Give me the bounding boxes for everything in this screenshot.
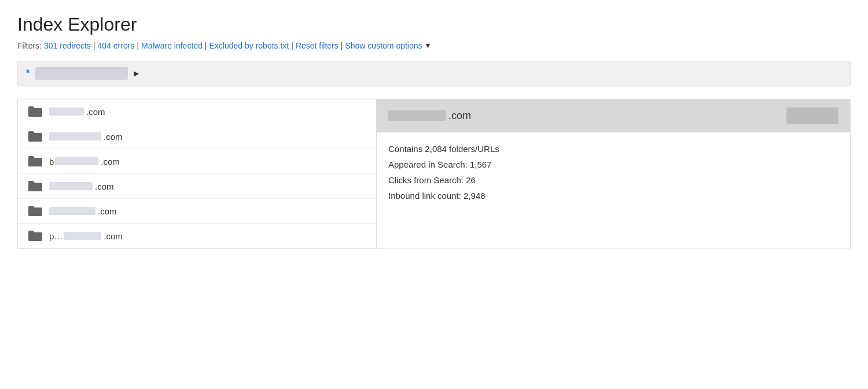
folder-name-blur [49,207,95,215]
filter-404-errors[interactable]: 404 errors [98,41,135,50]
filters-bar: Filters: 301 redirects | 404 errors | Ma… [17,41,851,50]
filter-show-custom-options[interactable]: Show custom options [345,41,422,50]
filter-malware-infected[interactable]: Malware infected [141,41,203,50]
folder-list: .com .com b.com . [18,99,377,249]
search-asterisk: * [26,68,30,79]
filter-sep-2: | [137,41,139,50]
main-content: .com .com b.com . [17,99,851,249]
filter-excluded-robots[interactable]: Excluded by robots.txt [209,41,289,50]
search-bar: * ▶ [17,61,851,86]
search-input-blurred[interactable] [35,67,128,80]
folder-name-blur [49,182,93,190]
folder-name: b.com [49,157,120,166]
folder-name-blur [64,232,101,240]
filter-301-redirects[interactable]: 301 redirects [44,41,91,50]
folder-icon [27,155,43,168]
list-item[interactable]: .com [18,99,376,124]
filter-sep-5: | [341,41,343,50]
folder-name-blur [49,132,101,140]
detail-body: Contains 2,084 folders/URLs Appeared in … [377,132,850,212]
folder-name-blur [49,108,84,116]
list-item[interactable]: .com [18,199,376,224]
list-item[interactable]: .com [18,124,376,149]
folder-icon [27,180,43,192]
folder-icon [27,205,43,217]
detail-header: .com [377,99,850,132]
folder-name: .com [49,107,105,117]
filter-sep-4: | [291,41,293,50]
folder-name: .com [49,206,117,216]
stat-inbound-links: Inbound link count: 2,948 [388,191,838,201]
list-item[interactable]: b.com [18,149,376,174]
filters-label: Filters: [17,41,42,50]
detail-site-name-blur [388,110,446,121]
filter-sep-3: | [205,41,207,50]
folder-name: .com [49,132,123,142]
folder-icon [27,105,43,118]
detail-header-title: .com [388,110,471,122]
detail-panel: .com Contains 2,084 folders/URLs Appeare… [377,99,850,249]
stat-folders-urls: Contains 2,084 folders/URLs [388,144,838,154]
folder-icon [27,229,43,242]
folder-icon [27,130,43,143]
filter-reset-filters[interactable]: Reset filters [296,41,339,50]
filter-sep-1: | [93,41,95,50]
list-item[interactable]: p….com [18,224,376,249]
detail-header-action-blur[interactable] [786,108,838,124]
folder-name: p….com [49,231,123,241]
list-item[interactable]: .com [18,174,376,199]
dropdown-arrow-icon[interactable]: ▼ [425,42,432,50]
folder-name-blur [55,157,98,165]
page-title: Index Explorer [17,14,851,35]
stat-clicks-search: Clicks from Search: 26 [388,175,838,185]
search-expand-arrow-icon[interactable]: ▶ [134,69,139,77]
stat-appeared-search: Appeared in Search: 1,567 [388,160,838,169]
folder-name: .com [49,181,114,191]
detail-site-suffix: .com [448,110,471,122]
